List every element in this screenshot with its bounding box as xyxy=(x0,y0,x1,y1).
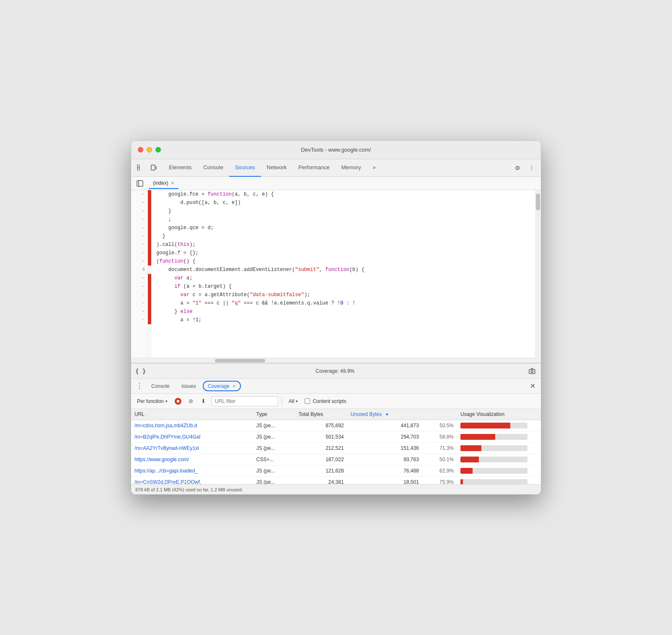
record-stop-button[interactable] xyxy=(173,397,183,406)
tab-performance[interactable]: Performance xyxy=(292,159,335,177)
table-header-row: URL Type Total Bytes Unused Bytes ▼ Usag… xyxy=(131,409,541,420)
code-line-13: var c = a.getAttribute("data-submitfalse… xyxy=(156,291,530,299)
close-button[interactable] xyxy=(138,147,143,152)
col-pct xyxy=(422,409,457,420)
cell-total-bytes: 187,022 xyxy=(295,454,347,465)
cell-url[interactable]: https://ap.../cb=gapi.loaded_ xyxy=(131,465,253,477)
bottom-panel: { } Coverage: 49.9% ⋮ Console Issues Cov… xyxy=(131,363,541,494)
tab-memory[interactable]: Memory xyxy=(336,159,367,177)
coverage-tab-close-icon[interactable]: × xyxy=(233,383,236,389)
clear-button[interactable]: ⊘ xyxy=(186,397,195,406)
table-row[interactable]: https://ap.../cb=gapi.loaded_ JS (pe... … xyxy=(131,465,541,477)
per-function-dropdown[interactable]: Per function ▾ xyxy=(134,397,170,405)
all-dropdown[interactable]: All ▾ xyxy=(285,397,301,405)
coverage-table-wrapper[interactable]: URL Type Total Bytes Unused Bytes ▼ Usag… xyxy=(131,409,541,484)
cell-url[interactable]: https://www.google.com/ xyxy=(131,454,253,465)
line-num-8: – xyxy=(142,249,145,257)
line-num-15: – xyxy=(142,307,145,316)
tab-more[interactable]: » xyxy=(367,159,382,177)
tab-issues[interactable]: Issues xyxy=(176,382,201,391)
svg-rect-6 xyxy=(529,369,535,374)
line-num-9: – xyxy=(142,257,145,266)
minimize-button[interactable] xyxy=(147,147,152,152)
line-num-2: – xyxy=(142,199,145,207)
cell-url[interactable]: /rs=AA2YrTvBynad-nWEy1xl xyxy=(131,443,253,454)
cell-total-bytes: 121,628 xyxy=(295,465,347,477)
cell-unused-bytes: 93,763 xyxy=(347,454,422,465)
col-total-bytes[interactable]: Total Bytes xyxy=(295,409,347,420)
status-text: 878 kB of 2.1 MB (42%) used so far, 1.2 … xyxy=(135,487,243,492)
table-row[interactable]: https://www.google.com/ CSS+... 187,022 … xyxy=(131,454,541,465)
table-row[interactable]: /m=cdos,hsm,jsa,mb4ZUb,d JS (pe... 875,6… xyxy=(131,420,541,431)
cell-pct: 50.1% xyxy=(422,454,457,465)
cell-url[interactable]: /m=B2qlPe,DhPYme,GU4Gal xyxy=(131,431,253,443)
tab-sources[interactable]: Sources xyxy=(229,159,261,177)
window-title: DevTools - www.google.com/ xyxy=(301,147,371,153)
line-num-14: – xyxy=(142,299,145,307)
usage-bar-bg xyxy=(460,423,527,428)
usage-bar-bg xyxy=(460,457,527,462)
col-unused-bytes[interactable]: Unused Bytes ▼ xyxy=(347,409,422,420)
file-tab-name: (index) xyxy=(153,180,168,186)
cell-unused-bytes: 76,488 xyxy=(347,465,422,477)
tab-coverage[interactable]: Coverage × xyxy=(203,381,241,391)
screenshot-icon[interactable] xyxy=(527,367,537,376)
cell-url[interactable]: /m=CnSW2d,DPreE,P1OOwf, xyxy=(131,477,253,485)
tab-console[interactable]: Console xyxy=(197,159,229,177)
more-tabs-icon[interactable]: ⋮ xyxy=(134,381,145,391)
sidebar-toggle-icon[interactable] xyxy=(134,178,145,189)
scrollbar-thumb[interactable] xyxy=(536,194,540,210)
cell-pct: 58.8% xyxy=(422,431,457,443)
cell-unused-bytes: 18,501 xyxy=(347,477,422,485)
device-icon[interactable] xyxy=(148,162,160,174)
line-num-13: – xyxy=(142,291,145,299)
usage-bar-bg xyxy=(460,468,527,474)
cursor-icon[interactable] xyxy=(134,162,146,174)
content-scripts-checkbox[interactable] xyxy=(305,398,310,404)
vertical-scrollbar[interactable] xyxy=(535,190,541,358)
cell-usage-bar xyxy=(457,454,541,465)
all-label: All xyxy=(289,398,294,404)
tab-elements[interactable]: Elements xyxy=(163,159,197,177)
usage-bar-bg xyxy=(460,479,527,484)
usage-bar-bg xyxy=(460,445,527,451)
coverage-table: URL Type Total Bytes Unused Bytes ▼ Usag… xyxy=(131,409,541,484)
settings-icon[interactable]: ⚙ xyxy=(512,162,523,174)
table-row[interactable]: /rs=AA2YrTvBynad-nWEy1xl JS (pe... 212,5… xyxy=(131,443,541,454)
file-tab-close-icon[interactable]: × xyxy=(171,180,174,186)
url-filter-input[interactable] xyxy=(211,396,278,406)
col-url[interactable]: URL xyxy=(131,409,253,420)
bottom-toolbar-left: { } xyxy=(135,368,146,374)
table-row[interactable]: /m=B2qlPe,DhPYme,GU4Gal JS (pe... 501,53… xyxy=(131,431,541,443)
close-bottom-panel-icon[interactable]: ✕ xyxy=(527,381,538,391)
cell-type: JS (pe... xyxy=(253,443,295,454)
file-tab-index[interactable]: (index) × xyxy=(149,178,178,189)
cell-type: JS (pe... xyxy=(253,420,295,431)
tab-console[interactable]: Console xyxy=(146,382,175,391)
line-num-11: – xyxy=(142,274,145,282)
col-usage-viz[interactable]: Usage Visualization xyxy=(457,409,541,420)
svg-rect-2 xyxy=(151,165,155,170)
code-line-16: a = !1; xyxy=(156,316,530,324)
code-editor[interactable]: google.fce = function(a, b, c, e) { d.pu… xyxy=(151,190,535,358)
svg-rect-4 xyxy=(137,181,143,186)
content-scripts-label[interactable]: Content scripts xyxy=(305,398,346,404)
code-line-12: if (a = b.target) { xyxy=(156,282,530,291)
maximize-button[interactable] xyxy=(155,147,161,152)
table-row[interactable]: /m=CnSW2d,DPreE,P1OOwf, JS (pe... 24,381… xyxy=(131,477,541,485)
line-num-12: – xyxy=(142,282,145,291)
line-num-10: 4 xyxy=(142,266,145,274)
horiz-scrollbar-thumb[interactable] xyxy=(215,359,265,362)
line-num-3: – xyxy=(142,207,145,215)
col-type[interactable]: Type xyxy=(253,409,295,420)
braces-icon: { } xyxy=(135,368,146,374)
horizontal-scrollbar[interactable] xyxy=(131,358,541,363)
line-num-5: – xyxy=(142,224,145,232)
cell-url[interactable]: /m=cdos,hsm,jsa,mb4ZUb,d xyxy=(131,420,253,431)
more-icon[interactable]: ⋮ xyxy=(526,162,538,174)
usage-bar-red xyxy=(460,457,479,462)
cell-total-bytes: 875,692 xyxy=(295,420,347,431)
tab-network[interactable]: Network xyxy=(261,159,293,177)
code-line-9: (function() { xyxy=(156,257,530,266)
export-button[interactable]: ⬇ xyxy=(199,397,208,406)
